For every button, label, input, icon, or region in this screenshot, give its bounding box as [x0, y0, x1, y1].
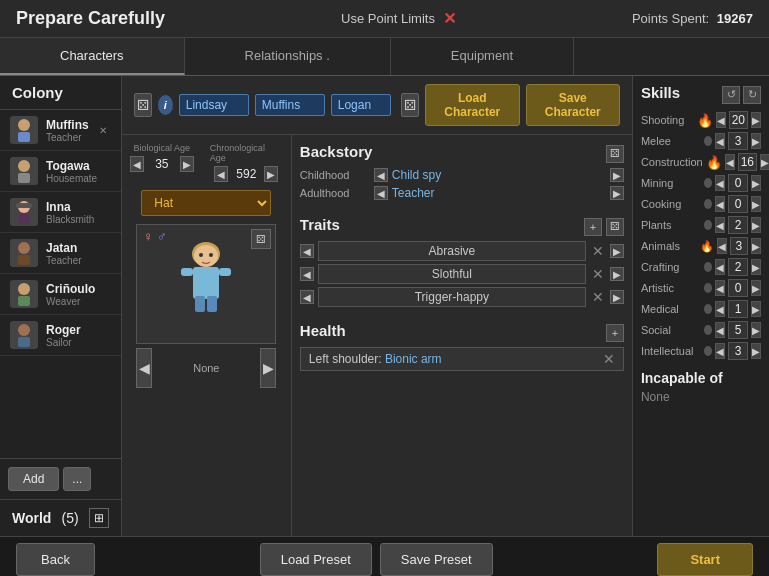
skill-down[interactable]: ◀ [715, 280, 725, 296]
trait-next-0[interactable]: ▶ [610, 244, 624, 258]
health-remove-button[interactable]: ✕ [603, 351, 615, 367]
skill-down[interactable]: ◀ [715, 217, 725, 233]
figure-randomize-icon[interactable]: ⚄ [251, 229, 271, 249]
world-section: World (5) ⊞ [0, 499, 121, 536]
more-options-button[interactable]: ... [63, 467, 91, 491]
skill-down[interactable]: ◀ [715, 133, 725, 149]
world-icon-button[interactable]: ⊞ [89, 508, 109, 528]
skill-down[interactable]: ◀ [725, 154, 735, 170]
nav-next[interactable]: ▶ [260, 348, 276, 388]
skill-up[interactable]: ▶ [751, 301, 761, 317]
add-button[interactable]: Add [8, 467, 59, 491]
info-icon[interactable]: i [158, 95, 173, 115]
skill-up[interactable]: ▶ [751, 343, 761, 359]
chron-age-label: Chronological Age [210, 143, 283, 163]
skill-up[interactable]: ▶ [751, 196, 761, 212]
health-add-icon[interactable]: + [606, 324, 624, 342]
list-item[interactable]: Inna Blacksmith [0, 192, 121, 233]
list-item[interactable]: Jatan Teacher [0, 233, 121, 274]
randomize-icon[interactable]: ⚄ [134, 93, 152, 117]
skill-name: Mining [641, 177, 701, 189]
skill-up[interactable]: ▶ [760, 154, 769, 170]
trait-prev-1[interactable]: ◀ [300, 267, 314, 281]
list-item[interactable]: Muffins Teacher ✕ [0, 110, 121, 151]
svg-rect-12 [18, 337, 30, 347]
skill-up[interactable]: ▶ [751, 280, 761, 296]
adulthood-prev[interactable]: ◀ [374, 186, 388, 200]
trait-remove-2[interactable]: ✕ [590, 289, 606, 305]
load-character-button[interactable]: Load Character [425, 84, 520, 126]
traits-add-icon[interactable]: + [584, 218, 602, 236]
skill-down[interactable]: ◀ [715, 175, 725, 191]
childhood-next[interactable]: ▶ [610, 168, 624, 182]
gender-female-icon[interactable]: ♀ [143, 229, 153, 244]
skill-up[interactable]: ▶ [751, 217, 761, 233]
skill-down[interactable]: ◀ [715, 322, 725, 338]
char-name: Inna [46, 200, 111, 214]
load-preset-button[interactable]: Load Preset [260, 543, 372, 576]
bio-age-down[interactable]: ◀ [130, 156, 144, 172]
backstory-options-icon[interactable]: ⚄ [606, 145, 624, 163]
hat-select[interactable]: Hat [141, 190, 271, 216]
skill-up[interactable]: ▶ [751, 259, 761, 275]
skill-name: Intellectual [641, 345, 701, 357]
trait-name-0: Abrasive [318, 241, 586, 261]
skill-up[interactable]: ▶ [751, 238, 761, 254]
trait-remove-0[interactable]: ✕ [590, 243, 606, 259]
skill-down[interactable]: ◀ [717, 238, 727, 254]
skill-down[interactable]: ◀ [715, 196, 725, 212]
save-preset-button[interactable]: Save Preset [380, 543, 493, 576]
point-limits-toggle[interactable]: ✕ [443, 9, 456, 28]
tab-equipment[interactable]: Equipment [391, 38, 574, 75]
skills-refresh-icon[interactable]: ↻ [743, 86, 761, 104]
character-figure [171, 234, 241, 334]
char-remove-button[interactable]: ✕ [95, 123, 111, 138]
skill-down[interactable]: ◀ [715, 259, 725, 275]
traits-options-icon[interactable]: ⚄ [606, 218, 624, 236]
back-button[interactable]: Back [16, 543, 95, 576]
list-item[interactable]: Criñoulo Weaver [0, 274, 121, 315]
char-info: Muffins Teacher [46, 118, 95, 143]
start-button[interactable]: Start [657, 543, 753, 576]
list-item[interactable]: Roger Sailor [0, 315, 121, 356]
adulthood-next[interactable]: ▶ [610, 186, 624, 200]
gender-male-icon[interactable]: ♂ [157, 229, 167, 244]
save-character-button[interactable]: Save Character [526, 84, 620, 126]
health-icons: + [606, 324, 624, 342]
skill-up[interactable]: ▶ [751, 175, 761, 191]
trait-remove-1[interactable]: ✕ [590, 266, 606, 282]
first-name-input[interactable] [179, 94, 249, 116]
avatar [10, 321, 38, 349]
skill-down[interactable]: ◀ [716, 112, 726, 128]
trait-prev-2[interactable]: ◀ [300, 290, 314, 304]
skill-up[interactable]: ▶ [751, 112, 761, 128]
trait-next-2[interactable]: ▶ [610, 290, 624, 304]
colony-header: Colony [0, 76, 121, 110]
skills-reset-icon[interactable]: ↺ [722, 86, 740, 104]
nick-name-input[interactable] [255, 94, 325, 116]
chron-age-up[interactable]: ▶ [264, 166, 278, 182]
skill-up[interactable]: ▶ [751, 322, 761, 338]
trait-prev-0[interactable]: ◀ [300, 244, 314, 258]
skill-up[interactable]: ▶ [751, 133, 761, 149]
last-name-input[interactable] [331, 94, 391, 116]
tab-relationships[interactable]: Relationships . [185, 38, 391, 75]
skill-down[interactable]: ◀ [715, 343, 725, 359]
trait-next-1[interactable]: ▶ [610, 267, 624, 281]
chron-age-down[interactable]: ◀ [214, 166, 228, 182]
bio-age-up[interactable]: ▶ [180, 156, 194, 172]
childhood-prev[interactable]: ◀ [374, 168, 388, 182]
adulthood-row: Adulthood ◀ Teacher ▶ [300, 186, 624, 200]
nav-prev[interactable]: ◀ [136, 348, 152, 388]
skill-down[interactable]: ◀ [715, 301, 725, 317]
char-name: Criñoulo [46, 282, 111, 296]
avatar [10, 116, 38, 144]
health-link[interactable]: Bionic arm [385, 352, 442, 366]
svg-rect-19 [219, 268, 231, 276]
list-item[interactable]: Togawa Housemate [0, 151, 121, 192]
char-info: Jatan Teacher [46, 241, 111, 266]
tab-characters[interactable]: Characters [0, 38, 185, 75]
incapable-section: Incapable of None [641, 370, 761, 404]
skill-row-plants: Plants ◀ 2 ▶ [641, 216, 761, 234]
name-randomize-icon[interactable]: ⚄ [401, 93, 419, 117]
